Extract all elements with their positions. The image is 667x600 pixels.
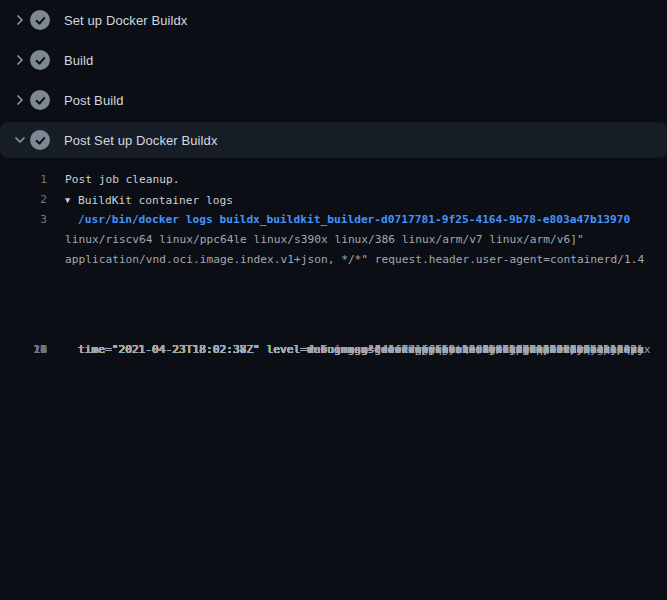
chevron-right-icon bbox=[12, 12, 28, 28]
log-line: 3/usr/bin/docker logs buildx_buildkit_bu… bbox=[0, 210, 667, 230]
group-collapse-icon[interactable]: ▼ bbox=[65, 190, 78, 210]
log-line: 20time="2021-04-23T18:02:38Z" level=debu… bbox=[0, 340, 667, 360]
step-header-post-set-up-docker-buildx[interactable]: Post Set up Docker Buildx bbox=[0, 122, 667, 158]
check-circle-icon bbox=[30, 130, 50, 150]
log-text: Post job cleanup. bbox=[47, 170, 180, 190]
line-number[interactable]: 1 bbox=[0, 170, 47, 190]
line-number[interactable]: 3 bbox=[0, 210, 47, 230]
command-text: /usr/bin/docker logs buildx_buildkit_bui… bbox=[47, 210, 630, 230]
step-label: Build bbox=[64, 53, 93, 68]
log-text: application/vnd.oci.image.index.v1+json,… bbox=[47, 250, 644, 270]
log-line: 1Post job cleanup. bbox=[0, 170, 667, 190]
step-header-build[interactable]: Build bbox=[0, 40, 667, 80]
check-circle-icon bbox=[30, 50, 50, 70]
line-number bbox=[0, 250, 47, 270]
line-number bbox=[0, 230, 47, 250]
log-line: application/vnd.oci.image.index.v1+json,… bbox=[0, 250, 667, 270]
log-lines: 1Post job cleanup.2▼BuildKit container l… bbox=[0, 170, 667, 270]
step-header-post-build[interactable]: Post Build bbox=[0, 80, 667, 120]
line-number[interactable]: 2 bbox=[0, 190, 47, 210]
chevron-right-icon bbox=[12, 92, 28, 108]
log-line: linux/riscv64 linux/ppc64le linux/s390x … bbox=[0, 230, 667, 250]
step-label: Set up Docker Buildx bbox=[64, 13, 187, 28]
chevron-down-icon bbox=[12, 132, 28, 148]
chevron-right-icon bbox=[12, 52, 28, 68]
log-text: ▼BuildKit container logs bbox=[47, 190, 233, 210]
check-circle-icon bbox=[30, 10, 50, 30]
group-title: BuildKit container logs bbox=[78, 194, 233, 207]
step-label: Post Set up Docker Buildx bbox=[64, 133, 218, 148]
line-number[interactable]: 20 bbox=[0, 340, 47, 360]
log-line: 2▼BuildKit container logs bbox=[0, 190, 667, 210]
check-circle-icon bbox=[30, 90, 50, 110]
log-text: time="2021-04-23T18:02:38Z" level=debug … bbox=[47, 340, 644, 360]
step-header-set-up-docker-buildx[interactable]: Set up Docker Buildx bbox=[0, 0, 667, 40]
step-label: Post Build bbox=[64, 93, 124, 108]
log-text: linux/riscv64 linux/ppc64le linux/s390x … bbox=[47, 230, 584, 250]
steps-list: Set up Docker BuildxBuildPost BuildPost … bbox=[0, 0, 667, 160]
